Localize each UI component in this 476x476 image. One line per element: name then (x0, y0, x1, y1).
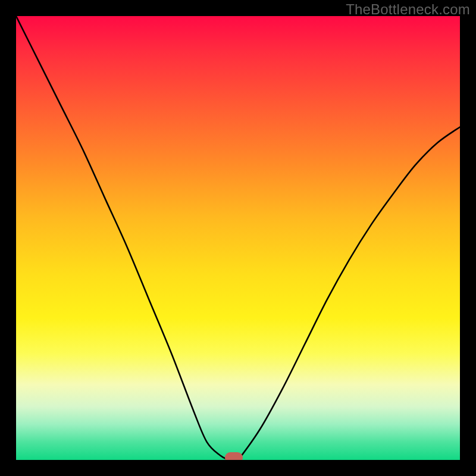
bottleneck-curve (16, 16, 460, 460)
watermark-text: TheBottleneck.com (346, 1, 470, 18)
chart-frame: TheBottleneck.com (0, 0, 476, 476)
minimum-marker (225, 452, 243, 460)
plot-area (16, 16, 460, 460)
